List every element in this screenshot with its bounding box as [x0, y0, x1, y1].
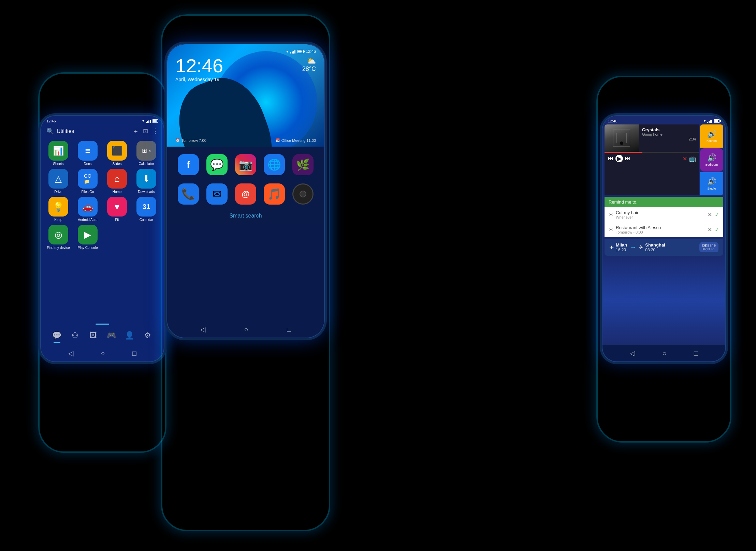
cast-button[interactable]: 📺 [689, 155, 696, 162]
alarm-time: Tomorrow 7:00 [181, 138, 206, 143]
check-1-button[interactable]: ✓ [715, 211, 719, 218]
center-meditate[interactable]: 🌿 [292, 154, 314, 175]
play-button[interactable]: ▶ [615, 155, 623, 162]
battery-icon [152, 119, 158, 123]
smart-search[interactable]: Smart search [167, 209, 324, 223]
media-info: Crystals Going home 2:34 [639, 124, 699, 152]
kitchen-room-btn[interactable]: 🔊 Kitchen [700, 124, 723, 148]
media-controls: ⏮ ▶ ⏭ ✕ 📺 [605, 153, 699, 164]
reminder-1-actions: ✕ ✓ [708, 211, 719, 218]
drive-label: Drive [54, 190, 62, 194]
center-facebook[interactable]: f [178, 154, 199, 175]
prev-button[interactable]: ⏮ [608, 155, 613, 162]
dismiss-1-button[interactable]: ✕ [708, 211, 712, 218]
phone-icon: 📞 [178, 183, 199, 205]
game-dock-icon[interactable]: 🎮 [105, 329, 118, 342]
app-sheets[interactable]: 📊 Sheets [45, 141, 72, 166]
android-auto-label: Android Auto [78, 218, 97, 222]
right-wifi: ▾ [704, 119, 706, 123]
center-app-row1: f 💬 📷 🌐 🌿 [167, 150, 324, 179]
person-dock-icon[interactable]: 👤 [123, 329, 136, 342]
home-label: Home [113, 190, 122, 194]
center-messenger[interactable]: ✉ [206, 183, 228, 205]
studio-room-btn[interactable]: 🔊 Studio [700, 172, 723, 195]
docs-label: Docs [84, 162, 92, 166]
downloads-icon: ⬇ [136, 169, 156, 189]
play-console-icon: ▶ [78, 225, 98, 244]
right-phone: 12:46 ▾ [602, 116, 725, 361]
center-recent-button[interactable]: □ [287, 326, 291, 333]
home-button[interactable]: ○ [101, 349, 105, 357]
center-time: 12:46 [306, 49, 316, 54]
next-button[interactable]: ⏭ [625, 155, 630, 162]
arrival-info: Shanghai 08:20 [645, 242, 665, 252]
close-media-button[interactable]: ✕ [683, 155, 687, 162]
app-files-go[interactable]: GO📁 Files Go [74, 169, 101, 194]
scissors-2-icon: ✂ [609, 226, 613, 233]
center-gmail[interactable]: @ [235, 183, 256, 205]
more-icon[interactable]: ⋮ [152, 127, 158, 135]
app-home[interactable]: ⌂ Home [104, 169, 130, 194]
media-content: Crystals Going home 2:34 [605, 124, 699, 152]
reminder-cut-hair: ✂ Cut my hair Whenever ✕ ✓ [605, 207, 723, 222]
instagram-icon: 📷 [235, 154, 256, 175]
app-calculator[interactable]: ⊞÷× Calculator [133, 141, 160, 166]
app-fit[interactable]: ♥ Fit [104, 197, 130, 222]
center-back-button[interactable]: ◁ [200, 325, 205, 333]
reminder-1-when: Whenever [616, 215, 705, 219]
right-recent-button[interactable]: □ [694, 349, 698, 357]
right-home-button[interactable]: ○ [662, 349, 666, 357]
center-home-button[interactable]: ○ [244, 326, 248, 333]
downloads-label: Downloads [138, 190, 155, 194]
meeting-event: 📅 Office Meeting 11:00 [275, 138, 316, 143]
center-phone[interactable]: 📞 [178, 183, 199, 205]
right-status-bar: 12:46 ▾ [602, 116, 725, 124]
search-icon[interactable]: 🔍 [46, 128, 54, 135]
meeting-time: Office Meeting 11:00 [281, 138, 316, 143]
app-android-auto[interactable]: 🚗 Android Auto [74, 197, 101, 222]
app-docs[interactable]: ≡ Docs [74, 141, 101, 166]
right-time: 12:46 [608, 119, 617, 123]
widget-icon[interactable]: ⊡ [143, 127, 148, 135]
center-browser[interactable]: 🌐 [264, 154, 285, 175]
app-calendar[interactable]: 31 Calendar [133, 197, 160, 222]
center-music[interactable]: 🎵 [264, 183, 285, 205]
app-keep[interactable]: 💡 Keep [45, 197, 72, 222]
app-drive[interactable]: △ Drive [45, 169, 72, 194]
departure-city: Milan [616, 242, 627, 248]
dismiss-2-button[interactable]: ✕ [708, 226, 712, 233]
app-play-console[interactable]: ▶ Play Console [74, 225, 101, 250]
messenger-icon: ✉ [206, 183, 228, 205]
keep-label: Keep [54, 218, 62, 222]
flight-bar: ✈ Milan 16:20 → ✈ Shanghai 08:20 [605, 239, 723, 256]
play-console-label: Play Console [78, 246, 98, 250]
sheets-label: Sheets [53, 162, 63, 166]
right-signal [707, 119, 712, 123]
calendar-label: Calendar [140, 218, 154, 222]
find-device-icon: ◎ [48, 225, 68, 244]
search-text: search [246, 213, 262, 219]
center-phone: ▾ 12:46 [167, 44, 324, 338]
app-downloads[interactable]: ⬇ Downloads [133, 169, 160, 194]
back-button[interactable]: ◁ [68, 349, 73, 357]
kitchen-label: Kitchen [707, 139, 717, 143]
share-dock-icon[interactable]: ⚇ [69, 329, 81, 342]
media-duration: 2:34 [642, 137, 696, 141]
center-whatsapp[interactable]: 💬 [206, 154, 228, 175]
center-instagram[interactable]: 📷 [235, 154, 256, 175]
chat-dock-icon[interactable]: 💬 [51, 329, 63, 342]
check-2-button[interactable]: ✓ [715, 226, 719, 233]
center-camera[interactable] [292, 183, 314, 205]
bedroom-room-btn[interactable]: 🔊 Bedroom [700, 148, 723, 172]
calculator-icon: ⊞÷× [136, 141, 156, 161]
settings-dock-icon[interactable]: ⚙ [142, 329, 154, 342]
meeting-icon: 📅 [275, 138, 280, 143]
photo-dock-icon[interactable]: 🖼 [87, 329, 99, 342]
right-nav-bar: ◁ ○ □ [602, 345, 725, 361]
app-slides[interactable]: ⬛ Slides [104, 141, 130, 166]
recent-button[interactable]: □ [132, 349, 136, 357]
app-find-device[interactable]: ◎ Find my device [45, 225, 72, 250]
right-back-button[interactable]: ◁ [630, 349, 635, 357]
meditate-icon: 🌿 [292, 154, 314, 175]
add-icon[interactable]: ＋ [133, 127, 139, 135]
